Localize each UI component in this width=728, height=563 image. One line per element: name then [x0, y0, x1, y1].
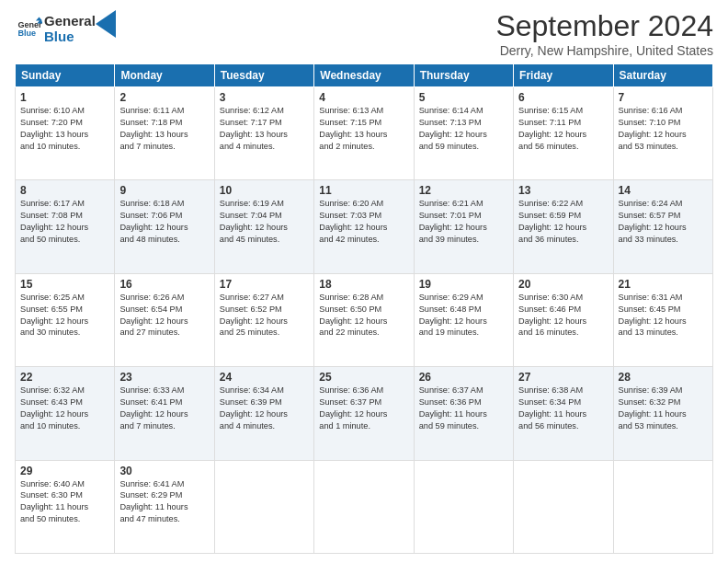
- header: General Blue General Blue September 2024…: [15, 9, 713, 58]
- day-number: 7: [619, 91, 708, 104]
- logo: General Blue General Blue: [15, 13, 116, 44]
- calendar-cell: 18Sunrise: 6:28 AMSunset: 6:50 PMDayligh…: [314, 273, 414, 366]
- calendar-cell: 26Sunrise: 6:37 AMSunset: 6:36 PMDayligh…: [414, 367, 513, 460]
- calendar-cell: 12Sunrise: 6:21 AMSunset: 7:01 PMDayligh…: [414, 180, 513, 273]
- calendar-cell: 27Sunrise: 6:38 AMSunset: 6:34 PMDayligh…: [514, 367, 613, 460]
- calendar-cell: 2Sunrise: 6:11 AMSunset: 7:18 PMDaylight…: [115, 87, 214, 180]
- day-number: 10: [220, 184, 309, 197]
- col-wednesday: Wednesday: [314, 64, 414, 87]
- calendar-cell: 10Sunrise: 6:19 AMSunset: 7:04 PMDayligh…: [214, 180, 313, 273]
- svg-text:Blue: Blue: [17, 29, 36, 38]
- calendar-week-3: 15Sunrise: 6:25 AMSunset: 6:55 PMDayligh…: [16, 273, 713, 366]
- col-sunday: Sunday: [16, 64, 115, 87]
- calendar-cell: 9Sunrise: 6:18 AMSunset: 7:06 PMDaylight…: [115, 180, 214, 273]
- day-number: 30: [119, 465, 209, 477]
- day-number: 11: [319, 184, 408, 197]
- day-number: 5: [419, 91, 508, 104]
- day-number: 13: [518, 184, 608, 197]
- day-details: Sunrise: 6:30 AMSunset: 6:46 PMDaylight:…: [518, 292, 608, 339]
- logo-line1: General: [44, 13, 96, 29]
- day-details: Sunrise: 6:32 AMSunset: 6:43 PMDaylight:…: [20, 385, 109, 432]
- day-details: Sunrise: 6:25 AMSunset: 6:55 PMDaylight:…: [20, 292, 109, 339]
- day-details: Sunrise: 6:27 AMSunset: 6:52 PMDaylight:…: [220, 292, 309, 339]
- day-details: Sunrise: 6:21 AMSunset: 7:01 PMDaylight:…: [419, 198, 508, 246]
- svg-marker-4: [96, 10, 116, 38]
- calendar-cell: 20Sunrise: 6:30 AMSunset: 6:46 PMDayligh…: [514, 273, 613, 366]
- day-details: Sunrise: 6:18 AMSunset: 7:06 PMDaylight:…: [119, 198, 209, 246]
- day-details: Sunrise: 6:20 AMSunset: 7:03 PMDaylight:…: [319, 198, 408, 246]
- day-number: 24: [220, 371, 309, 384]
- calendar-table: Sunday Monday Tuesday Wednesday Thursday…: [15, 63, 713, 554]
- calendar-cell: [214, 460, 313, 553]
- calendar-week-2: 8Sunrise: 6:17 AMSunset: 7:08 PMDaylight…: [16, 180, 713, 273]
- day-details: Sunrise: 6:39 AMSunset: 6:32 PMDaylight:…: [619, 385, 708, 432]
- day-details: Sunrise: 6:34 AMSunset: 6:39 PMDaylight:…: [220, 385, 309, 432]
- calendar-cell: [414, 460, 513, 553]
- day-number: 22: [20, 371, 109, 384]
- day-details: Sunrise: 6:15 AMSunset: 7:11 PMDaylight:…: [518, 105, 608, 153]
- calendar-cell: 30Sunrise: 6:41 AMSunset: 6:29 PMDayligh…: [115, 460, 214, 553]
- day-details: Sunrise: 6:19 AMSunset: 7:04 PMDaylight:…: [220, 198, 309, 246]
- logo-line2: Blue: [44, 29, 96, 44]
- calendar-cell: 8Sunrise: 6:17 AMSunset: 7:08 PMDaylight…: [16, 180, 115, 273]
- calendar-cell: 13Sunrise: 6:22 AMSunset: 6:59 PMDayligh…: [514, 180, 613, 273]
- day-details: Sunrise: 6:41 AMSunset: 6:29 PMDaylight:…: [119, 478, 209, 526]
- day-number: 28: [619, 371, 708, 384]
- calendar-cell: 1Sunrise: 6:10 AMSunset: 7:20 PMDaylight…: [16, 87, 115, 180]
- calendar-week-1: 1Sunrise: 6:10 AMSunset: 7:20 PMDaylight…: [16, 87, 713, 180]
- day-details: Sunrise: 6:12 AMSunset: 7:17 PMDaylight:…: [220, 105, 309, 153]
- logo-arrow-icon: [96, 10, 116, 38]
- calendar-cell: 4Sunrise: 6:13 AMSunset: 7:15 PMDaylight…: [314, 87, 414, 180]
- day-details: Sunrise: 6:16 AMSunset: 7:10 PMDaylight:…: [619, 105, 708, 153]
- day-details: Sunrise: 6:29 AMSunset: 6:48 PMDaylight:…: [419, 292, 508, 339]
- calendar-cell: 14Sunrise: 6:24 AMSunset: 6:57 PMDayligh…: [613, 180, 712, 273]
- calendar-cell: 3Sunrise: 6:12 AMSunset: 7:17 PMDaylight…: [214, 87, 313, 180]
- day-number: 20: [518, 278, 608, 291]
- calendar-cell: 16Sunrise: 6:26 AMSunset: 6:54 PMDayligh…: [115, 273, 214, 366]
- day-number: 12: [419, 184, 508, 197]
- svg-text:General: General: [17, 20, 42, 29]
- day-details: Sunrise: 6:10 AMSunset: 7:20 PMDaylight:…: [20, 105, 109, 153]
- day-number: 8: [20, 184, 109, 197]
- day-details: Sunrise: 6:33 AMSunset: 6:41 PMDaylight:…: [119, 385, 209, 432]
- calendar-cell: 5Sunrise: 6:14 AMSunset: 7:13 PMDaylight…: [414, 87, 513, 180]
- calendar-cell: [613, 460, 712, 553]
- day-number: 18: [319, 278, 408, 291]
- day-details: Sunrise: 6:17 AMSunset: 7:08 PMDaylight:…: [20, 198, 109, 246]
- logo-icon: General Blue: [17, 16, 42, 41]
- day-number: 14: [619, 184, 708, 197]
- day-details: Sunrise: 6:28 AMSunset: 6:50 PMDaylight:…: [319, 292, 408, 339]
- col-monday: Monday: [115, 64, 214, 87]
- day-number: 2: [119, 91, 209, 104]
- calendar-cell: 17Sunrise: 6:27 AMSunset: 6:52 PMDayligh…: [214, 273, 313, 366]
- location: Derry, New Hampshire, United States: [495, 43, 713, 58]
- day-number: 21: [619, 278, 708, 291]
- calendar-cell: 7Sunrise: 6:16 AMSunset: 7:10 PMDaylight…: [613, 87, 712, 180]
- day-details: Sunrise: 6:38 AMSunset: 6:34 PMDaylight:…: [518, 385, 608, 432]
- month-title: September 2024: [495, 9, 713, 43]
- calendar-cell: 21Sunrise: 6:31 AMSunset: 6:45 PMDayligh…: [613, 273, 712, 366]
- day-details: Sunrise: 6:36 AMSunset: 6:37 PMDaylight:…: [319, 385, 408, 432]
- calendar-cell: 24Sunrise: 6:34 AMSunset: 6:39 PMDayligh…: [214, 367, 313, 460]
- day-details: Sunrise: 6:31 AMSunset: 6:45 PMDaylight:…: [619, 292, 708, 339]
- day-details: Sunrise: 6:26 AMSunset: 6:54 PMDaylight:…: [119, 292, 209, 339]
- page: General Blue General Blue September 2024…: [0, 0, 728, 563]
- calendar-cell: 25Sunrise: 6:36 AMSunset: 6:37 PMDayligh…: [314, 367, 414, 460]
- day-number: 25: [319, 371, 408, 384]
- calendar-cell: 6Sunrise: 6:15 AMSunset: 7:11 PMDaylight…: [514, 87, 613, 180]
- calendar-cell: 29Sunrise: 6:40 AMSunset: 6:30 PMDayligh…: [16, 460, 115, 553]
- day-details: Sunrise: 6:37 AMSunset: 6:36 PMDaylight:…: [419, 385, 508, 432]
- calendar-cell: [514, 460, 613, 553]
- calendar-week-4: 22Sunrise: 6:32 AMSunset: 6:43 PMDayligh…: [16, 367, 713, 460]
- col-thursday: Thursday: [414, 64, 513, 87]
- calendar-cell: 23Sunrise: 6:33 AMSunset: 6:41 PMDayligh…: [115, 367, 214, 460]
- day-details: Sunrise: 6:14 AMSunset: 7:13 PMDaylight:…: [419, 105, 508, 153]
- day-number: 4: [319, 91, 408, 104]
- day-details: Sunrise: 6:13 AMSunset: 7:15 PMDaylight:…: [319, 105, 408, 153]
- col-saturday: Saturday: [613, 64, 712, 87]
- header-row: Sunday Monday Tuesday Wednesday Thursday…: [16, 64, 713, 87]
- day-details: Sunrise: 6:11 AMSunset: 7:18 PMDaylight:…: [119, 105, 209, 153]
- day-number: 19: [419, 278, 508, 291]
- day-details: Sunrise: 6:22 AMSunset: 6:59 PMDaylight:…: [518, 198, 608, 246]
- col-friday: Friday: [514, 64, 613, 87]
